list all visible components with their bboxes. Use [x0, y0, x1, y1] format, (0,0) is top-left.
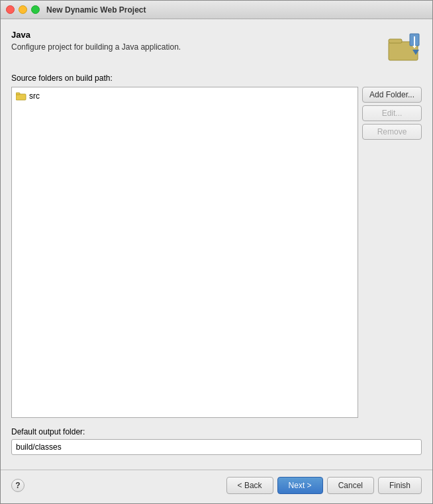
cancel-button[interactable]: Cancel — [327, 477, 374, 494]
main-content: Java Configure project for building a Ja… — [1, 19, 432, 470]
source-folders-area: src Add Folder... Edit... Remove — [11, 87, 422, 418]
header-text: Java Configure project for building a Ja… — [11, 30, 381, 52]
maximize-button[interactable] — [31, 5, 40, 14]
folder-item: src — [15, 90, 355, 102]
footer-buttons: < Back Next > Cancel Finish — [226, 477, 422, 494]
folders-list: src — [11, 87, 358, 418]
svg-rect-1 — [389, 39, 402, 43]
folder-name: src — [29, 91, 40, 101]
close-button[interactable] — [6, 5, 15, 14]
folder-icon — [16, 91, 26, 101]
window-controls — [6, 5, 40, 14]
add-folder-button[interactable]: Add Folder... — [362, 87, 422, 103]
header-section: Java Configure project for building a Ja… — [11, 30, 422, 64]
footer: ? < Back Next > Cancel Finish — [1, 470, 432, 503]
window: New Dynamic Web Project Java Configure p… — [0, 0, 433, 504]
next-button[interactable]: Next > — [277, 477, 323, 494]
help-button[interactable]: ? — [11, 479, 24, 492]
footer-left: ? — [11, 479, 24, 492]
project-icon-svg — [387, 30, 422, 64]
minimize-button[interactable] — [19, 5, 27, 14]
source-folders-label: Source folders on build path: — [11, 74, 422, 83]
remove-button[interactable]: Remove — [362, 124, 422, 140]
edit-button[interactable]: Edit... — [362, 105, 422, 121]
finish-button[interactable]: Finish — [378, 477, 422, 494]
output-input[interactable] — [11, 439, 422, 455]
window-title: New Dynamic Web Project — [46, 5, 146, 15]
svg-rect-7 — [16, 93, 20, 95]
output-label: Default output folder: — [11, 427, 422, 436]
project-icon — [387, 30, 422, 64]
header-subtitle: Configure project for building a Java ap… — [11, 42, 381, 52]
back-button[interactable]: < Back — [226, 477, 273, 494]
title-bar: New Dynamic Web Project — [1, 1, 432, 19]
output-section: Default output folder: — [11, 427, 422, 455]
folder-buttons: Add Folder... Edit... Remove — [362, 87, 422, 418]
header-title: Java — [11, 30, 381, 40]
